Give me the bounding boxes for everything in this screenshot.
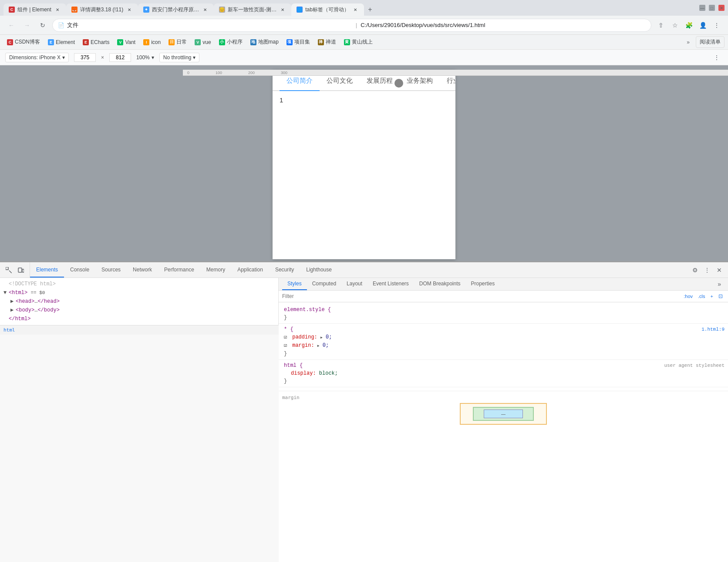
css-checkbox-margin[interactable]: ☑ — [284, 342, 289, 349]
device-toggle-button[interactable] — [16, 265, 26, 275]
ruler-top: 0 100 200 300 — [183, 70, 728, 76]
devtools-tab-lighthouse[interactable]: Lighthouse — [300, 262, 338, 278]
tab-3-close[interactable]: ✕ — [202, 6, 209, 13]
devtools-tab-memory[interactable]: Memory — [200, 262, 231, 278]
filter-input[interactable] — [282, 293, 678, 299]
css-prop-margin: ☑ margin: ▶ 0; — [284, 342, 725, 350]
mobile-tab-industry[interactable]: 行业 — [440, 70, 455, 90]
expand-body-icon[interactable]: ▶ — [10, 306, 16, 314]
bookmark-echarts[interactable]: E ECharts — [79, 37, 113, 47]
new-tab-button[interactable]: + — [364, 3, 376, 16]
forward-button[interactable]: → — [21, 19, 33, 31]
tab-4[interactable]: 😊 新车一致性页面-测… ✕ — [214, 3, 291, 16]
filter-cls-button[interactable]: .cls — [696, 293, 707, 300]
devtools-close-button[interactable]: ✕ — [714, 265, 725, 275]
styles-subtab-event-listeners[interactable]: Event Listeners — [367, 278, 414, 290]
expand-head-icon[interactable]: ▶ — [10, 298, 16, 305]
tab-5[interactable]: 🌐 tab标签（可滑动） ✕ — [291, 3, 364, 16]
css-checkbox-padding[interactable]: ☑ — [284, 333, 289, 341]
bookmark-csdn[interactable]: C CSDN博客 — [3, 37, 44, 47]
tab-1-close[interactable]: ✕ — [54, 6, 61, 13]
devtools-tab-performance[interactable]: Performance — [158, 262, 200, 278]
bookmark-icon[interactable]: I icon — [140, 37, 164, 47]
devtools-tab-elements[interactable]: Elements — [30, 262, 64, 278]
bookmark-huangshan[interactable]: 黄 黄山线上 — [340, 37, 376, 47]
height-input[interactable] — [109, 53, 131, 62]
filter-icon-button[interactable]: ⊡ — [717, 292, 725, 300]
bookmark-vue-label: vue — [202, 39, 211, 45]
zoom-selector[interactable]: 100% ▾ — [136, 54, 154, 61]
address-bar[interactable]: 📄 文件 | C:/Users/29016/Desktop/vue/sds/sr… — [52, 19, 651, 32]
minimize-button[interactable]: — — [699, 5, 705, 11]
mobile-tab-history[interactable]: 发展历程 — [360, 70, 400, 90]
styles-subtab-dom-breakpoints[interactable]: DOM Breakpoints — [414, 278, 466, 290]
width-input[interactable] — [74, 53, 96, 62]
devtools-tab-console[interactable]: Console — [64, 262, 95, 278]
css-triangle-margin[interactable]: ▶ — [317, 342, 320, 350]
tab-2[interactable]: 🦊 详情调整3.18 (!11) ✕ — [66, 3, 138, 16]
tab-3[interactable]: ✦ 西安门禁小程序原… ✕ — [138, 3, 214, 16]
device-settings-button[interactable]: ⋮ — [711, 51, 723, 64]
bookmark-vue[interactable]: V vue — [191, 37, 214, 47]
expand-html-icon[interactable]: ▼ — [3, 289, 9, 297]
devtools-more-button[interactable]: ⋮ — [702, 265, 712, 275]
tab-4-close[interactable]: ✕ — [279, 6, 286, 13]
devtools-tab-sources[interactable]: Sources — [95, 262, 127, 278]
css-close-html: } — [284, 377, 725, 385]
bookmark-vant[interactable]: V Vant — [114, 37, 139, 47]
bookmark-csdn-label: CSDN博客 — [15, 38, 40, 46]
dom-line-head[interactable]: ▶ <head>…</head> — [0, 297, 278, 306]
styles-subtab-layout[interactable]: Layout — [341, 278, 367, 290]
devtools-header: Elements Console Sources Network Perform… — [0, 262, 728, 278]
throttle-selector[interactable]: No throttling ▾ — [159, 53, 200, 62]
devtools-tab-application[interactable]: Application — [231, 262, 269, 278]
profile-button[interactable]: 👤 — [697, 19, 709, 31]
nav-right-buttons: ⇧ ☆ 🧩 👤 ⋮ — [655, 19, 723, 31]
tab-2-close[interactable]: ✕ — [126, 6, 133, 13]
mobile-tab-business[interactable]: 业务架构 — [400, 70, 440, 90]
devtools-tab-network[interactable]: Network — [127, 262, 158, 278]
more-bookmarks-button[interactable]: » — [683, 37, 693, 47]
bookmark-button[interactable]: ☆ — [669, 19, 681, 31]
css-triangle-padding[interactable]: ▶ — [320, 334, 323, 342]
devtools-tabs: Elements Console Sources Network Perform… — [30, 262, 686, 278]
device-selector[interactable]: Dimensions: iPhone X ▾ — [5, 53, 69, 62]
extensions-button[interactable]: 🧩 — [683, 19, 695, 31]
styles-more-tabs-button[interactable]: » — [714, 279, 725, 289]
mobile-tab-company-intro[interactable]: 公司简介 — [280, 70, 320, 90]
styles-subtab-properties[interactable]: Properties — [466, 278, 500, 290]
window-close-button[interactable]: ✕ — [718, 5, 725, 11]
bookmark-map[interactable]: 地 地图map — [247, 37, 282, 47]
filter-hov-button[interactable]: :hov — [682, 293, 694, 300]
bookmark-chan[interactable]: 禅 禅道 — [314, 37, 340, 47]
styles-subtab-computed[interactable]: Computed — [307, 278, 341, 290]
refresh-button[interactable]: ↻ — [37, 19, 49, 31]
dom-line-html-close[interactable]: </html> — [0, 315, 278, 323]
filter-add-button[interactable]: + — [709, 293, 715, 300]
breadcrumb-html[interactable]: html — [3, 327, 15, 333]
devtools-tab-security[interactable]: Security — [269, 262, 300, 278]
menu-button[interactable]: ⋮ — [711, 19, 723, 31]
css-rules: element.style { } * { 1.html:9 — [279, 302, 728, 562]
bookmark-daily[interactable]: 日 日常 — [165, 37, 190, 47]
bookmark-project[interactable]: 项 项目集 — [283, 37, 313, 47]
mobile-tab-company-culture[interactable]: 公司文化 — [320, 70, 360, 90]
dom-line-doctype[interactable]: <!DOCTYPE html> — [0, 280, 278, 288]
share-button[interactable]: ⇧ — [655, 19, 667, 31]
bookmark-miniapp[interactable]: 小 小程序 — [216, 37, 246, 47]
back-button[interactable]: ← — [5, 19, 17, 31]
dom-line-html[interactable]: ▼ <html> == $0 — [0, 288, 278, 297]
tab-1[interactable]: C 组件 | Element ✕ — [3, 3, 66, 16]
css-source-1html[interactable]: 1.html:9 — [701, 325, 725, 333]
bookmark-element[interactable]: E Element — [44, 37, 78, 47]
maximize-button[interactable]: □ — [709, 5, 715, 11]
dom-breadcrumb: html — [0, 325, 279, 335]
bookmark-vant-icon: V — [117, 39, 123, 45]
inspect-element-button[interactable] — [3, 265, 14, 275]
bookmark-reading-list[interactable]: 阅读清单 — [696, 36, 725, 48]
dom-line-body[interactable]: ▶ <body>…</body> — [0, 306, 278, 315]
styles-subtab-styles[interactable]: Styles — [282, 278, 307, 290]
devtools-settings-button[interactable]: ⚙ — [690, 265, 700, 275]
tab-5-close[interactable]: ✕ — [352, 6, 359, 13]
mobile-tab-company-culture-label: 公司文化 — [327, 77, 353, 84]
